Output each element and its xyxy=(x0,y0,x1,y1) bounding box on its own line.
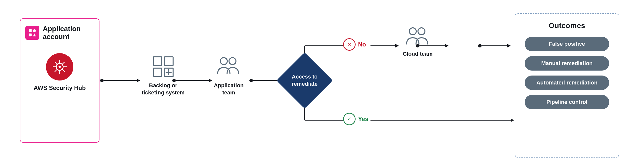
diamond-label: Access to remediate xyxy=(288,73,321,88)
outcomes-box: Outcomes False positive Manual remediati… xyxy=(515,14,619,158)
security-hub-svg xyxy=(51,58,68,76)
diamond-shape: Access to remediate xyxy=(276,52,333,108)
cloud-team-label: Cloud team xyxy=(403,51,433,57)
svg-marker-28 xyxy=(33,34,36,36)
outcome-false-positive: False positive xyxy=(525,37,609,51)
app-account-box: Application account xyxy=(20,18,100,142)
outcomes-title: Outcomes xyxy=(549,21,585,30)
outcome-pipeline-control: Pipeline control xyxy=(525,95,609,109)
svg-marker-16 xyxy=(445,44,448,48)
svg-line-38 xyxy=(55,69,58,72)
security-hub-icon xyxy=(46,53,73,80)
svg-rect-40 xyxy=(164,57,173,66)
app-account-header: Application account xyxy=(25,25,94,41)
backlog-label: Backlog or ticketing system xyxy=(142,82,184,96)
svg-line-37 xyxy=(62,62,65,64)
svg-point-26 xyxy=(33,29,36,32)
app-team-label: Application team xyxy=(214,82,244,96)
svg-point-45 xyxy=(220,58,227,64)
svg-marker-2 xyxy=(137,79,140,82)
yes-label: Yes xyxy=(358,116,368,122)
svg-marker-5 xyxy=(209,79,212,82)
svg-rect-27 xyxy=(29,34,32,36)
svg-rect-41 xyxy=(153,68,162,77)
app-team-step: Application team xyxy=(214,56,244,96)
flow-layout: Application account xyxy=(15,6,629,155)
no-label: No xyxy=(358,41,366,48)
backlog-svg xyxy=(152,56,174,78)
svg-point-46 xyxy=(229,58,236,64)
yes-circle: ✓ xyxy=(343,113,356,125)
no-decision: ✕ No xyxy=(343,38,366,51)
svg-marker-19 xyxy=(507,44,511,48)
app-team-icon xyxy=(216,56,241,78)
no-circle: ✕ xyxy=(343,38,356,51)
outcome-automated-remediation: Automated remediation xyxy=(525,76,609,90)
app-team-svg xyxy=(216,56,241,78)
backlog-step: Backlog or ticketing system xyxy=(142,56,184,96)
app-account-title: Application account xyxy=(43,25,94,41)
security-hub-label: AWS Security Hub xyxy=(34,84,86,92)
svg-point-6 xyxy=(250,79,253,82)
cloud-team-svg xyxy=(405,26,430,48)
security-hub-container: AWS Security Hub xyxy=(34,53,86,92)
svg-marker-13 xyxy=(395,44,399,48)
backlog-icon xyxy=(152,56,174,78)
svg-marker-24 xyxy=(511,118,514,122)
outcome-manual-remediation: Manual remediation xyxy=(525,56,609,70)
svg-point-48 xyxy=(418,28,425,35)
cloud-team-step: Cloud team xyxy=(403,26,433,57)
yes-decision: ✓ Yes xyxy=(343,113,368,125)
svg-line-35 xyxy=(55,62,58,64)
svg-point-30 xyxy=(58,66,61,68)
shapes-icon xyxy=(28,28,36,37)
decision-diamond: Access to remediate xyxy=(285,60,324,100)
diagram-container: Application account xyxy=(0,0,644,161)
svg-line-36 xyxy=(62,69,65,72)
svg-rect-39 xyxy=(153,57,162,66)
svg-rect-25 xyxy=(29,29,32,32)
app-account-icon xyxy=(25,26,39,40)
svg-point-17 xyxy=(478,44,482,48)
svg-point-0 xyxy=(100,79,104,82)
svg-point-47 xyxy=(409,28,416,35)
